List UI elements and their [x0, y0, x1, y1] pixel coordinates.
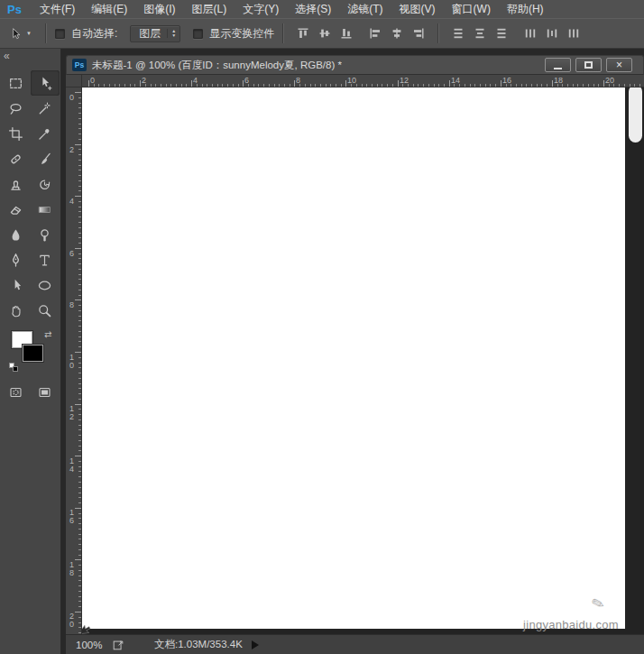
tool-move[interactable] [31, 70, 60, 96]
distribute-horizontal-centers-button[interactable] [541, 23, 563, 43]
distribute-top-edges-icon [452, 27, 465, 40]
tool-dodge[interactable] [31, 222, 60, 247]
tool-spot-healing-brush[interactable] [2, 146, 31, 171]
ruler-major-ticks [75, 92, 81, 634]
tool-ellipse-shape[interactable] [31, 272, 60, 298]
tool-path-selection[interactable] [2, 272, 31, 298]
tool-eraser[interactable] [2, 197, 31, 222]
distribute-vertical-centers-icon [474, 27, 486, 40]
menu-filter[interactable]: 滤镜(T) [339, 0, 391, 18]
align-top-edges-button[interactable] [292, 23, 314, 43]
restore-icon [584, 61, 593, 69]
ruler-label: 12 [69, 405, 75, 420]
healing-brush-icon [8, 152, 23, 167]
hand-icon [8, 303, 23, 318]
history-brush-icon [37, 177, 52, 192]
vertical-scrollbar-thumb[interactable] [629, 88, 642, 143]
menu-view[interactable]: 视图(V) [391, 0, 444, 18]
swap-colors-icon[interactable]: ⇄ [44, 329, 51, 339]
tool-eyedropper[interactable] [31, 121, 60, 146]
status-bar: 100% 文档:1.03M/353.4K [66, 634, 644, 654]
tool-hand[interactable] [2, 298, 31, 323]
show-transform-checkbox[interactable] [193, 29, 203, 39]
show-transform-label: 显示变换控件 [209, 26, 274, 41]
auto-select-checkbox[interactable] [55, 29, 65, 39]
blur-drop-icon [8, 227, 23, 243]
align-bottom-edges-icon [340, 27, 353, 40]
restore-button[interactable] [575, 58, 602, 72]
tool-type[interactable] [31, 247, 60, 272]
type-tool-icon [37, 253, 52, 268]
align-right-edges-button[interactable] [408, 23, 429, 43]
tool-history-brush[interactable] [31, 171, 60, 197]
menu-help[interactable]: 帮助(H) [499, 0, 552, 18]
ruler-label: 16 [502, 76, 511, 85]
ruler-label: 2 [69, 146, 75, 154]
eraser-icon [8, 202, 23, 217]
spinner-arrows-icon: ▲▼ [167, 29, 176, 38]
quick-mask-button[interactable] [6, 384, 26, 401]
default-colors-icon[interactable] [9, 363, 19, 372]
tools-panel: « [0, 49, 61, 654]
auto-select-target-dropdown[interactable]: 图层 ▲▼ [130, 25, 180, 42]
distribute-top-edges-button[interactable] [447, 23, 469, 43]
ruler-label: 0 [69, 94, 75, 102]
menu-file[interactable]: 文件(F) [32, 0, 83, 18]
distribute-bottom-edges-button[interactable] [491, 23, 512, 43]
distribute-left-edges-button[interactable] [520, 23, 541, 43]
eyedropper-icon [37, 126, 52, 142]
distribute-bottom-edges-icon [495, 27, 508, 40]
menu-edit[interactable]: 编辑(E) [83, 0, 135, 18]
move-tool-cursor-icon [9, 27, 23, 41]
align-vertical-centers-icon [318, 27, 331, 40]
tool-zoom[interactable] [31, 298, 60, 323]
canvas[interactable] [82, 88, 625, 629]
menu-window[interactable]: 窗口(W) [444, 0, 499, 18]
menu-type[interactable]: 文字(Y) [235, 0, 287, 18]
ruler-row: 0 2 4 6 8 10 12 14 16 18 20 [66, 75, 644, 88]
horizontal-ruler: 0 2 4 6 8 10 12 14 16 18 20 [82, 75, 644, 88]
tool-crop[interactable] [2, 121, 31, 146]
menu-layer[interactable]: 图层(L) [184, 0, 235, 18]
tool-blur[interactable] [2, 222, 31, 247]
collapse-panel-button[interactable]: « [0, 49, 60, 61]
align-horizontal-centers-icon [391, 27, 403, 40]
align-left-edges-button[interactable] [364, 23, 386, 43]
tool-pen[interactable] [2, 247, 31, 272]
background-color-swatch[interactable] [23, 345, 43, 362]
align-vertical-centers-button[interactable] [314, 23, 336, 43]
distribute-buttons-group [447, 23, 584, 43]
align-bottom-edges-button[interactable] [336, 23, 357, 43]
ruler-label: 8 [69, 301, 75, 309]
align-left-edges-icon [369, 27, 382, 40]
move-tool-icon [37, 76, 52, 91]
menu-select[interactable]: 选择(S) [287, 0, 339, 18]
tool-magic-wand[interactable] [31, 96, 60, 121]
distribute-vertical-centers-button[interactable] [469, 23, 491, 43]
tool-gradient[interactable] [31, 197, 60, 222]
document-window: Ps 未标题-1 @ 100% (百度ID：sunnyMelody夏, RGB/… [66, 55, 644, 654]
vertical-ruler: 0 2 4 6 8 10 12 14 16 18 20 [66, 88, 82, 634]
ellipse-shape-icon [37, 278, 52, 293]
tool-rectangular-marquee[interactable] [2, 70, 31, 96]
menu-bar: Ps 文件(F) 编辑(E) 图像(I) 图层(L) 文字(Y) 选择(S) 滤… [0, 0, 644, 18]
align-horizontal-centers-button[interactable] [386, 23, 408, 43]
menu-image[interactable]: 图像(I) [135, 0, 183, 18]
tool-preset-picker[interactable]: ▼ [5, 25, 37, 42]
close-button[interactable]: × [606, 58, 632, 72]
tool-clone-stamp[interactable] [2, 171, 31, 197]
tool-lasso[interactable] [2, 96, 31, 121]
minimize-button[interactable] [545, 58, 571, 72]
ruler-label: 4 [193, 76, 198, 85]
document-titlebar[interactable]: Ps 未标题-1 @ 100% (百度ID：sunnyMelody夏, RGB/… [66, 55, 644, 75]
status-export-icon[interactable] [112, 639, 124, 651]
align-buttons-group [292, 23, 429, 43]
status-popup-arrow-icon[interactable] [252, 640, 259, 649]
tool-brush[interactable] [31, 146, 60, 171]
ruler-label: 6 [244, 76, 249, 85]
ruler-label: 16 [69, 509, 75, 524]
zoom-level-field[interactable]: 100% [76, 640, 105, 650]
screen-mode-button[interactable] [35, 384, 55, 401]
distribute-right-edges-button[interactable] [563, 23, 584, 43]
brush-icon [37, 152, 52, 167]
